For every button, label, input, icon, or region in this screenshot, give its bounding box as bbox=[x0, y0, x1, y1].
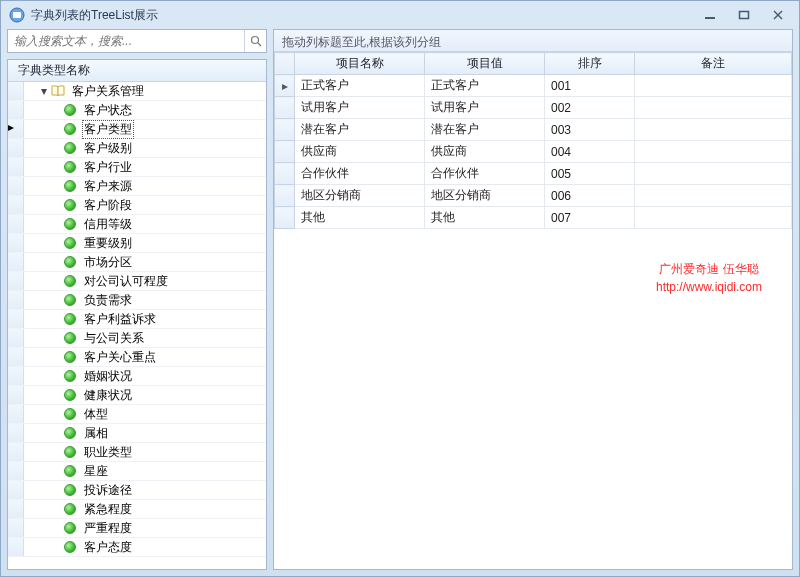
tree-item[interactable]: 客户阶段 bbox=[8, 196, 266, 215]
table-row[interactable]: 潜在客户潜在客户003 bbox=[275, 119, 792, 141]
cell-name[interactable]: 供应商 bbox=[295, 141, 425, 163]
tree-item-label: 与公司关系 bbox=[82, 330, 146, 347]
cell-remark[interactable] bbox=[635, 141, 792, 163]
maximize-button[interactable] bbox=[735, 8, 753, 22]
table-row[interactable]: 供应商供应商004 bbox=[275, 141, 792, 163]
cell-sort[interactable]: 001 bbox=[545, 75, 635, 97]
bullet-icon bbox=[64, 465, 76, 477]
close-button[interactable] bbox=[769, 8, 787, 22]
row-indicator[interactable] bbox=[275, 119, 295, 141]
tree-item[interactable]: 与公司关系 bbox=[8, 329, 266, 348]
cell-value[interactable]: 潜在客户 bbox=[425, 119, 545, 141]
row-indicator[interactable] bbox=[275, 207, 295, 229]
cell-remark[interactable] bbox=[635, 97, 792, 119]
tree-item[interactable]: 对公司认可程度 bbox=[8, 272, 266, 291]
window-buttons bbox=[701, 8, 787, 22]
tree-item-label: 信用等级 bbox=[82, 216, 134, 233]
row-indicator[interactable]: ▸ bbox=[275, 75, 295, 97]
tree-item[interactable]: 客户态度 bbox=[8, 538, 266, 557]
cell-name[interactable]: 正式客户 bbox=[295, 75, 425, 97]
app-window: 字典列表的TreeList展示 字典类型名称 ▾客户关系管理客户状态▸客户类型客… bbox=[0, 0, 800, 577]
column-header[interactable]: 项目值 bbox=[425, 53, 545, 75]
group-by-hint[interactable]: 拖动列标题至此,根据该列分组 bbox=[274, 30, 792, 52]
tree-item[interactable]: 婚姻状况 bbox=[8, 367, 266, 386]
search-input[interactable] bbox=[8, 30, 244, 52]
content-area: 字典类型名称 ▾客户关系管理客户状态▸客户类型客户级别客户行业客户来源客户阶段信… bbox=[7, 29, 793, 570]
column-header[interactable]: 项目名称 bbox=[295, 53, 425, 75]
search-button[interactable] bbox=[244, 30, 266, 52]
cell-name[interactable]: 其他 bbox=[295, 207, 425, 229]
row-header-corner[interactable] bbox=[275, 53, 295, 75]
row-indicator[interactable] bbox=[275, 163, 295, 185]
expand-icon[interactable]: ▾ bbox=[38, 84, 50, 98]
tree-item[interactable]: 客户关心重点 bbox=[8, 348, 266, 367]
cell-value[interactable]: 地区分销商 bbox=[425, 185, 545, 207]
cell-name[interactable]: 合作伙伴 bbox=[295, 163, 425, 185]
table-row[interactable]: 试用客户试用客户002 bbox=[275, 97, 792, 119]
tree-item[interactable]: 体型 bbox=[8, 405, 266, 424]
minimize-button[interactable] bbox=[701, 8, 719, 22]
cell-sort[interactable]: 007 bbox=[545, 207, 635, 229]
tree-item-label: 负责需求 bbox=[82, 292, 134, 309]
tree-item[interactable]: 负责需求 bbox=[8, 291, 266, 310]
cell-value[interactable]: 合作伙伴 bbox=[425, 163, 545, 185]
bullet-icon bbox=[64, 541, 76, 553]
column-header[interactable]: 排序 bbox=[545, 53, 635, 75]
cell-value[interactable]: 正式客户 bbox=[425, 75, 545, 97]
table-row[interactable]: 其他其他007 bbox=[275, 207, 792, 229]
tree-item[interactable]: 严重程度 bbox=[8, 519, 266, 538]
tree-item-label: 属相 bbox=[82, 425, 110, 442]
cell-remark[interactable] bbox=[635, 119, 792, 141]
tree-body[interactable]: ▾客户关系管理客户状态▸客户类型客户级别客户行业客户来源客户阶段信用等级重要级别… bbox=[8, 82, 266, 569]
cell-sort[interactable]: 003 bbox=[545, 119, 635, 141]
row-indicator[interactable] bbox=[275, 185, 295, 207]
cell-remark[interactable] bbox=[635, 185, 792, 207]
table-row[interactable]: 合作伙伴合作伙伴005 bbox=[275, 163, 792, 185]
cell-value[interactable]: 其他 bbox=[425, 207, 545, 229]
row-indicator[interactable] bbox=[275, 97, 295, 119]
cell-sort[interactable]: 005 bbox=[545, 163, 635, 185]
cell-name[interactable]: 地区分销商 bbox=[295, 185, 425, 207]
cell-name[interactable]: 潜在客户 bbox=[295, 119, 425, 141]
tree-item[interactable]: 紧急程度 bbox=[8, 500, 266, 519]
cell-sort[interactable]: 006 bbox=[545, 185, 635, 207]
bullet-icon bbox=[64, 104, 76, 116]
tree-item-label: 星座 bbox=[82, 463, 110, 480]
tree-item[interactable]: 信用等级 bbox=[8, 215, 266, 234]
cell-value[interactable]: 试用客户 bbox=[425, 97, 545, 119]
tree-item[interactable]: 市场分区 bbox=[8, 253, 266, 272]
tree-item[interactable]: 客户利益诉求 bbox=[8, 310, 266, 329]
tree-item[interactable]: 客户级别 bbox=[8, 139, 266, 158]
bullet-icon bbox=[64, 142, 76, 154]
tree-item[interactable]: 客户状态 bbox=[8, 101, 266, 120]
bullet-icon bbox=[64, 332, 76, 344]
titlebar[interactable]: 字典列表的TreeList展示 bbox=[1, 1, 799, 29]
tree-item-label: 投诉途径 bbox=[82, 482, 134, 499]
tree-item[interactable]: 重要级别 bbox=[8, 234, 266, 253]
tree-header[interactable]: 字典类型名称 bbox=[8, 60, 266, 82]
tree-item[interactable]: 星座 bbox=[8, 462, 266, 481]
tree-item[interactable]: 投诉途径 bbox=[8, 481, 266, 500]
tree-item[interactable]: 客户来源 bbox=[8, 177, 266, 196]
tree-item[interactable]: 健康状况 bbox=[8, 386, 266, 405]
table-row[interactable]: ▸正式客户正式客户001 bbox=[275, 75, 792, 97]
tree-item[interactable]: ▸客户类型 bbox=[8, 120, 266, 139]
data-grid[interactable]: 项目名称项目值排序备注▸正式客户正式客户001试用客户试用客户002潜在客户潜在… bbox=[274, 52, 792, 569]
tree-item[interactable]: 客户行业 bbox=[8, 158, 266, 177]
bullet-icon bbox=[64, 484, 76, 496]
cell-name[interactable]: 试用客户 bbox=[295, 97, 425, 119]
column-header[interactable]: 备注 bbox=[635, 53, 792, 75]
cell-sort[interactable]: 002 bbox=[545, 97, 635, 119]
tree-item[interactable]: 职业类型 bbox=[8, 443, 266, 462]
cell-value[interactable]: 供应商 bbox=[425, 141, 545, 163]
table-row[interactable]: 地区分销商地区分销商006 bbox=[275, 185, 792, 207]
tree-item-label: 严重程度 bbox=[82, 520, 134, 537]
cell-remark[interactable] bbox=[635, 207, 792, 229]
cell-sort[interactable]: 004 bbox=[545, 141, 635, 163]
cell-remark[interactable] bbox=[635, 163, 792, 185]
row-indicator[interactable] bbox=[275, 141, 295, 163]
window-title: 字典列表的TreeList展示 bbox=[31, 7, 701, 24]
tree-item[interactable]: 属相 bbox=[8, 424, 266, 443]
cell-remark[interactable] bbox=[635, 75, 792, 97]
tree-root[interactable]: ▾客户关系管理 bbox=[8, 82, 266, 101]
